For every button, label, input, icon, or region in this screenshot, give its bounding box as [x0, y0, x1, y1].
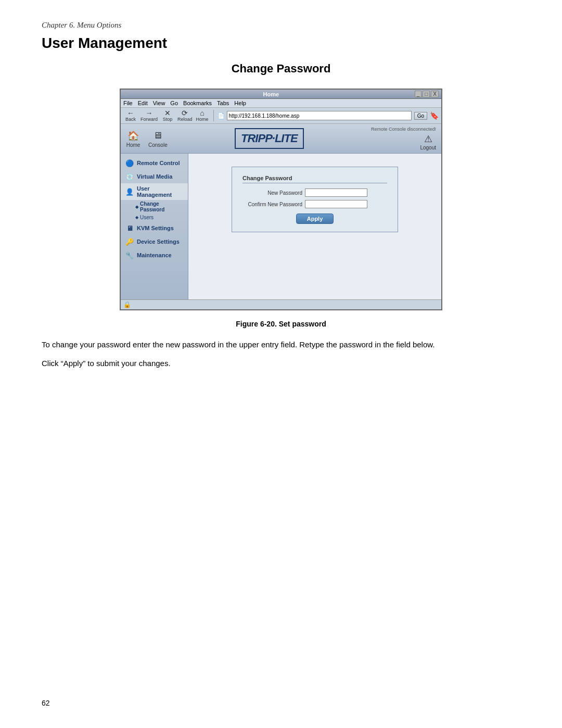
browser-extra-icon: 🔖: [430, 111, 439, 120]
sidebar-subitem-users[interactable]: ◆ Users: [121, 214, 188, 221]
browser-statusbar: 🔒: [121, 299, 441, 309]
browser-window: ▽ Home _ □ X File Edit View Go Bookmarks…: [120, 89, 442, 310]
sidebar-item-device-settings[interactable]: 🔑 Device Settings: [121, 235, 188, 248]
stop-icon: ✕: [164, 109, 171, 117]
browser-menubar: File Edit View Go Bookmarks Tabs Help: [121, 99, 441, 108]
kvm-header: 🏠 Home 🖥 Console TRIPP·LITE Remote Conso…: [121, 124, 441, 154]
confirm-password-input[interactable]: [305, 200, 367, 208]
virtual-media-icon: 💿: [125, 172, 134, 181]
sidebar-label-virtual-media: Virtual Media: [137, 173, 172, 180]
console-nav-icon: 🖥: [150, 130, 165, 142]
sidebar-item-maintenance[interactable]: 🔧 Maintenance: [121, 248, 188, 262]
kvm-sidebar: 🔵 Remote Control 💿 Virtual Media 👤 User …: [121, 154, 188, 299]
kvm-main: 🔵 Remote Control 💿 Virtual Media 👤 User …: [121, 154, 441, 299]
tripp-lite-logo: TRIPP·LITE: [235, 128, 304, 149]
toolbar-separator: [213, 110, 214, 121]
sidebar-label-user-management: User Management: [137, 185, 184, 198]
confirm-password-label: Confirm New Password: [242, 202, 305, 207]
menu-edit[interactable]: Edit: [138, 100, 148, 106]
users-subitem-label: Users: [140, 215, 154, 220]
new-password-row: New Password: [242, 189, 387, 197]
kvm-header-right: Remote Console disconnected! ⚠ Logout: [371, 127, 436, 150]
home-nav-label: Home: [126, 142, 140, 148]
browser-toolbar: ← Back → Forward ✕ Stop ⟳ Reload ⌂ Home …: [121, 108, 441, 124]
new-password-label: New Password: [242, 190, 305, 196]
reload-label: Reload: [177, 117, 193, 122]
new-password-input[interactable]: [305, 189, 367, 197]
change-password-box-title: Change Password: [242, 175, 387, 183]
forward-label: Forward: [140, 117, 158, 122]
maintenance-icon: 🔧: [125, 250, 134, 260]
change-password-box: Change Password New Password Confirm New…: [232, 167, 398, 232]
sidebar-label-remote-control: Remote Control: [137, 160, 180, 166]
logout-label: Logout: [420, 145, 436, 150]
section-title: Change Password: [42, 62, 520, 76]
sidebar-item-virtual-media[interactable]: 💿 Virtual Media: [121, 170, 188, 183]
sidebar-label-kvm-settings: KVM Settings: [137, 225, 174, 231]
stop-button[interactable]: ✕ Stop: [160, 109, 175, 122]
remote-console-status: Remote Console disconnected!: [371, 127, 436, 132]
page-title: User Management: [42, 35, 520, 52]
maximize-button[interactable]: □: [423, 91, 430, 97]
logout-icon: ⚠: [424, 133, 432, 145]
back-button[interactable]: ← Back: [123, 109, 138, 122]
nav-console[interactable]: 🖥 Console: [148, 130, 168, 148]
nav-home[interactable]: 🏠 Home: [126, 130, 140, 148]
kvm-nav-icons: 🏠 Home 🖥 Console: [126, 130, 168, 148]
body-text-2: Click “Apply” to submit your changes.: [42, 357, 520, 370]
forward-button[interactable]: → Forward: [140, 109, 158, 122]
close-button[interactable]: X: [431, 91, 439, 97]
back-label: Back: [125, 117, 136, 122]
sidebar-subitem-change-password[interactable]: ◆ Change Password: [121, 200, 188, 214]
menu-help[interactable]: Help: [234, 100, 246, 106]
menu-bookmarks[interactable]: Bookmarks: [183, 100, 212, 106]
kvm-settings-icon: 🖥: [125, 223, 134, 233]
statusbar-icon: 🔒: [123, 301, 131, 308]
browser-titlebar: ▽ Home _ □ X: [121, 90, 441, 99]
page-icon: 📄: [218, 112, 225, 119]
user-management-icon: 👤: [125, 187, 134, 196]
menu-go[interactable]: Go: [170, 100, 178, 106]
apply-button[interactable]: Apply: [296, 214, 334, 224]
confirm-password-row: Confirm New Password: [242, 200, 387, 208]
go-button[interactable]: Go: [414, 112, 427, 120]
figure-caption: Figure 6-20. Set password: [42, 320, 520, 328]
browser-title-text: Home: [127, 91, 415, 97]
body-text-1: To change your password enter the new pa…: [42, 338, 520, 351]
device-settings-icon: 🔑: [125, 237, 134, 246]
menu-view[interactable]: View: [153, 100, 165, 106]
address-input[interactable]: [227, 111, 412, 120]
minimize-button[interactable]: _: [415, 91, 422, 97]
sidebar-item-user-management[interactable]: 👤 User Management: [121, 183, 188, 200]
change-password-bullet: ◆: [135, 205, 138, 209]
home-label: Home: [196, 117, 209, 122]
forward-icon: →: [146, 109, 153, 117]
sidebar-label-maintenance: Maintenance: [137, 252, 172, 258]
sidebar-label-device-settings: Device Settings: [137, 239, 180, 245]
change-password-subitem-label: Change Password: [140, 201, 184, 212]
remote-control-icon: 🔵: [125, 158, 134, 168]
browser-window-controls[interactable]: _ □ X: [415, 91, 439, 97]
console-nav-label: Console: [148, 142, 168, 148]
stop-label: Stop: [163, 117, 173, 122]
home-button[interactable]: ⌂ Home: [195, 109, 210, 122]
kvm-content: Change Password New Password Confirm New…: [188, 154, 441, 299]
page-number: 62: [42, 699, 50, 707]
sidebar-item-kvm-settings[interactable]: 🖥 KVM Settings: [121, 221, 188, 235]
menu-tabs[interactable]: Tabs: [217, 100, 229, 106]
address-bar: 📄: [218, 111, 412, 120]
home-icon: ⌂: [200, 109, 204, 117]
chapter-label: Chapter 6. Menu Options: [42, 21, 520, 30]
reload-button[interactable]: ⟳ Reload: [177, 109, 193, 122]
reload-icon: ⟳: [182, 109, 188, 117]
apply-button-container: Apply: [242, 214, 387, 224]
back-icon: ←: [127, 109, 134, 117]
sidebar-item-remote-control[interactable]: 🔵 Remote Control: [121, 156, 188, 170]
menu-file[interactable]: File: [123, 100, 133, 106]
logout-button[interactable]: ⚠ Logout: [420, 133, 436, 150]
kvm-interface: 🏠 Home 🖥 Console TRIPP·LITE Remote Conso…: [121, 124, 441, 309]
home-nav-icon: 🏠: [126, 130, 140, 142]
users-bullet: ◆: [135, 215, 138, 220]
browser-title-icon: ▽: [123, 91, 127, 97]
